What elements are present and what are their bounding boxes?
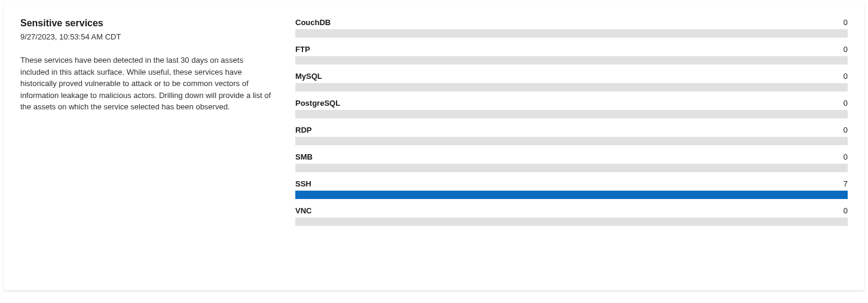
service-count: 0 bbox=[843, 45, 848, 54]
service-label: RDP bbox=[295, 126, 311, 134]
service-row[interactable]: CouchDB0 bbox=[295, 18, 848, 38]
bar-track bbox=[295, 137, 848, 145]
bar-track bbox=[295, 56, 848, 65]
service-label: CouchDB bbox=[295, 18, 331, 27]
sensitive-services-card: Sensitive services 9/27/2023, 10:53:54 A… bbox=[4, 4, 864, 290]
service-count: 0 bbox=[843, 206, 848, 215]
service-header: VNC0 bbox=[295, 206, 848, 215]
panel-timestamp: 9/27/2023, 10:53:54 AM CDT bbox=[20, 32, 271, 41]
service-count: 0 bbox=[843, 18, 848, 27]
service-header: SSH7 bbox=[295, 179, 848, 188]
service-label: SSH bbox=[295, 179, 311, 188]
bar-track bbox=[295, 218, 848, 226]
service-label: FTP bbox=[295, 45, 310, 54]
service-label: MySQL bbox=[295, 72, 322, 81]
service-label: VNC bbox=[295, 206, 311, 215]
services-chart: CouchDB0FTP0MySQL0PostgreSQL0RDP0SMB0SSH… bbox=[295, 18, 848, 271]
service-row[interactable]: RDP0 bbox=[295, 126, 848, 145]
panel-title: Sensitive services bbox=[20, 18, 271, 29]
bar-track bbox=[295, 164, 848, 172]
bar-track bbox=[295, 29, 848, 38]
service-row[interactable]: MySQL0 bbox=[295, 72, 848, 91]
bar-track bbox=[295, 191, 848, 199]
panel-description: These services have been detected in the… bbox=[20, 54, 271, 113]
service-label: SMB bbox=[295, 152, 313, 161]
service-count: 7 bbox=[843, 179, 848, 188]
service-count: 0 bbox=[843, 72, 848, 81]
service-count: 0 bbox=[843, 152, 848, 161]
service-header: MySQL0 bbox=[295, 72, 848, 81]
service-header: CouchDB0 bbox=[295, 18, 848, 27]
service-header: RDP0 bbox=[295, 126, 848, 134]
service-row[interactable]: SMB0 bbox=[295, 152, 848, 172]
service-count: 0 bbox=[843, 126, 848, 134]
service-header: PostgreSQL0 bbox=[295, 99, 848, 108]
service-row[interactable]: SSH7 bbox=[295, 179, 848, 199]
bar-fill bbox=[295, 191, 848, 199]
service-row[interactable]: PostgreSQL0 bbox=[295, 99, 848, 118]
info-panel: Sensitive services 9/27/2023, 10:53:54 A… bbox=[20, 18, 271, 271]
service-row[interactable]: VNC0 bbox=[295, 206, 848, 226]
service-label: PostgreSQL bbox=[295, 99, 340, 108]
service-header: FTP0 bbox=[295, 45, 848, 54]
bar-track bbox=[295, 110, 848, 118]
service-header: SMB0 bbox=[295, 152, 848, 161]
service-row[interactable]: FTP0 bbox=[295, 45, 848, 65]
service-count: 0 bbox=[843, 99, 848, 108]
bar-track bbox=[295, 83, 848, 91]
